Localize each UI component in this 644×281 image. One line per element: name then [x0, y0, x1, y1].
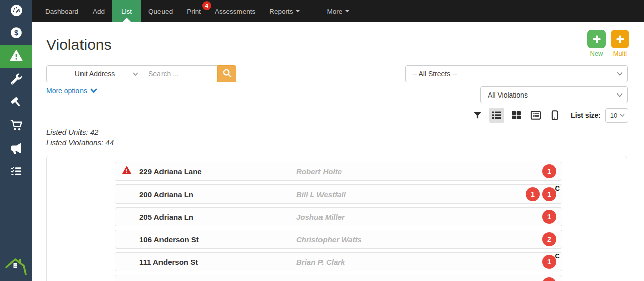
header-actions: New Multi: [587, 30, 629, 57]
row-badges: 1: [542, 277, 562, 281]
sidebar-item-work-orders[interactable]: [0, 91, 32, 115]
nav-label: List: [121, 8, 132, 15]
violation-count-badge[interactable]: 1C: [542, 255, 556, 269]
sidebar-item-maintenance[interactable]: [0, 68, 32, 91]
new-violation-button[interactable]: New: [587, 30, 606, 57]
row-badges: 2: [542, 232, 562, 246]
row-tenant-name: Christopher Watts: [296, 235, 542, 244]
violations-list-panel: 229 Adriana Lane Robert Holte 1 200 Adri…: [46, 156, 627, 281]
megaphone-icon: [10, 142, 23, 157]
search-bar: Unit Address: [46, 65, 236, 82]
badge-count: 1: [547, 190, 551, 198]
row-tenant-name: Robert Holte: [296, 167, 542, 176]
gauge-dashboard-icon: [10, 4, 23, 19]
nav-item-reports[interactable]: Reports: [262, 0, 307, 22]
multi-violation-button[interactable]: Multi: [611, 30, 629, 57]
more-options-label: More options: [46, 87, 87, 95]
chevron-down-icon: [133, 70, 138, 78]
sidebar-item-purchases[interactable]: [0, 115, 32, 138]
violation-count-badge[interactable]: 1: [542, 277, 556, 281]
hammer-icon: [10, 96, 23, 111]
multi-button-label: Multi: [613, 50, 627, 57]
plus-icon: [587, 30, 606, 48]
row-badges: 1C: [542, 255, 562, 269]
search-icon: [222, 68, 232, 80]
violation-row[interactable]: 200 Adriana Ln Bill L Westfall 1 1C: [115, 184, 562, 204]
streets-filter-select[interactable]: -- All Streets --: [405, 65, 628, 82]
list-size-select[interactable]: 10: [605, 108, 628, 123]
warning-triangle-icon: [9, 49, 23, 65]
search-category-select[interactable]: Unit Address: [46, 65, 143, 82]
violation-count-badge[interactable]: 2: [542, 232, 556, 246]
list-size-value: 10: [610, 112, 617, 119]
warning-triangle-icon: [122, 165, 132, 177]
violation-count-badge[interactable]: 1: [542, 210, 556, 224]
violations-filter-value: All Violations: [488, 91, 528, 99]
nav-label: Reports: [269, 8, 293, 15]
listed-units-text: Listed Units: 42: [46, 127, 114, 137]
list-stats: Listed Units: 42 Listed Violations: 44: [46, 127, 114, 148]
plus-icon: [611, 30, 629, 48]
nav-label: Assessments: [215, 8, 255, 15]
mobile-view-icon[interactable]: [548, 108, 562, 123]
detail-list-view-icon[interactable]: [528, 108, 543, 123]
chevron-down-icon: [90, 87, 97, 95]
nav-item-more[interactable]: More: [319, 0, 356, 22]
chevron-down-icon: [620, 112, 625, 119]
top-navbar: Dashboard Add List Queued Print 4 Assess…: [32, 0, 644, 22]
violation-count-badge[interactable]: 1: [542, 164, 556, 178]
violation-row[interactable]: 205 Adriana Ln Joshua Miller 1: [115, 207, 562, 226]
main-content: Violations New Multi Unit Address: [32, 22, 644, 281]
list-view-icon[interactable]: [489, 108, 504, 123]
violation-row[interactable]: 106 Anderson St Christopher Watts 2: [115, 230, 562, 249]
badge-count: 1: [531, 190, 535, 198]
streets-filter-value: -- All Streets --: [412, 70, 457, 78]
nav-item-dashboard[interactable]: Dashboard: [38, 0, 86, 22]
nav-item-queued[interactable]: Queued: [141, 0, 180, 22]
violation-row[interactable]: 111 Anderson St Brian P. Clark 1C: [115, 252, 562, 271]
nav-item-add[interactable]: Add: [86, 0, 112, 22]
sidebar-item-announcements[interactable]: [0, 138, 32, 161]
nav-item-list[interactable]: List: [112, 0, 141, 22]
sidebar-item-billing[interactable]: $: [0, 22, 32, 45]
nav-item-assessments[interactable]: Assessments: [208, 0, 262, 22]
badge-c-flag: C: [555, 252, 560, 260]
chevron-down-icon: [617, 91, 623, 99]
sidebar: $: [0, 0, 32, 281]
violation-count-badge[interactable]: 1: [526, 187, 540, 201]
svg-text:$: $: [14, 29, 18, 37]
nav-divider: [313, 3, 313, 19]
violation-count-badge[interactable]: 1C: [542, 187, 556, 201]
new-button-label: New: [590, 50, 603, 57]
search-button[interactable]: [217, 65, 236, 82]
badge-count: 1: [547, 258, 551, 266]
nav-item-print[interactable]: Print 4: [180, 0, 208, 22]
dollar-circle-icon: $: [10, 26, 23, 41]
badge-c-flag: C: [555, 184, 560, 192]
row-badges: 1 1C: [526, 187, 562, 201]
violation-row[interactable]: 121 Anderson St Carlos Morales 1: [115, 275, 562, 281]
grid-view-icon[interactable]: [509, 108, 524, 123]
row-badges: 1: [542, 210, 562, 224]
violation-row[interactable]: 229 Adriana Lane Robert Holte 1: [115, 162, 562, 181]
listed-violations-text: Listed Violations: 44: [46, 137, 114, 148]
row-tenant-name: Brian P. Clark: [296, 258, 542, 266]
violations-filter-select[interactable]: All Violations: [480, 86, 628, 103]
sidebar-item-violations[interactable]: [0, 45, 32, 68]
sidebar-item-dashboard[interactable]: [0, 0, 32, 22]
row-warning-icon-slot: [115, 165, 139, 177]
wrench-icon: [10, 72, 23, 87]
badge-count: 2: [547, 235, 551, 243]
list-size-label: List size:: [571, 111, 601, 119]
more-options-link[interactable]: More options: [46, 87, 97, 95]
search-input[interactable]: [143, 65, 217, 82]
task-list-icon: [10, 165, 23, 180]
chevron-down-icon: [345, 10, 349, 12]
row-tenant-name: Joshua Miller: [296, 213, 542, 221]
green-house-logo: [4, 255, 28, 278]
search-category-value: Unit Address: [75, 70, 115, 78]
filter-icon[interactable]: [471, 109, 485, 122]
row-address: 205 Adriana Ln: [139, 213, 296, 221]
sidebar-item-tasks[interactable]: [0, 161, 32, 184]
row-address: 229 Adriana Lane: [139, 167, 296, 176]
